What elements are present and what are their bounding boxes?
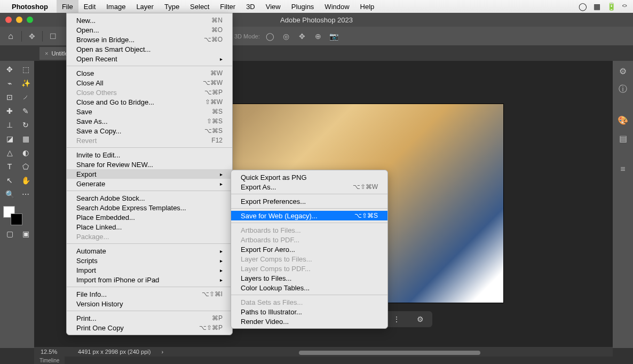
- file-menu-item[interactable]: File Info...⌥⇧⌘I: [67, 289, 232, 299]
- pen-tool[interactable]: T: [2, 160, 17, 173]
- taskbar-more-icon[interactable]: ⋮: [393, 315, 400, 323]
- file-menu-item[interactable]: Scripts▸: [67, 256, 232, 265]
- menu-plugins[interactable]: Plugins: [286, 0, 320, 13]
- file-menu-item[interactable]: Print One Copy⌥⇧⌘P: [67, 323, 232, 333]
- contextual-taskbar[interactable]: ⋮ ⚙: [384, 311, 432, 327]
- file-menu-item[interactable]: Export▸: [67, 169, 232, 179]
- wifi-icon[interactable]: ⌔: [622, 2, 627, 11]
- control-center-icon[interactable]: ▦: [594, 2, 600, 11]
- properties-panel-icon[interactable]: ⚙: [617, 65, 629, 77]
- file-menu-item[interactable]: Open...⌘O: [67, 25, 232, 35]
- battery-icon[interactable]: 🔋: [607, 2, 616, 11]
- file-menu-item[interactable]: Browse in Bridge...⌥⌘O: [67, 35, 232, 44]
- eraser-tool[interactable]: ◪: [2, 132, 17, 145]
- menu-type[interactable]: Type: [159, 0, 185, 13]
- file-menu-item[interactable]: Open as Smart Object...: [67, 44, 232, 54]
- file-menu-item[interactable]: Search Adobe Stock...: [67, 193, 232, 203]
- app-name[interactable]: Photoshop: [12, 3, 48, 11]
- zoom-tool[interactable]: 🔍: [2, 188, 17, 201]
- heal-tool[interactable]: ✚: [2, 105, 17, 117]
- menu-filter[interactable]: Filter: [215, 0, 241, 13]
- move-tool-icon[interactable]: ✥: [26, 30, 38, 42]
- color-swatches[interactable]: [2, 205, 33, 226]
- path-tool[interactable]: ↖: [2, 174, 17, 187]
- quickmask-tool[interactable]: ▢: [2, 227, 17, 240]
- 3d-pan-icon[interactable]: ✥: [296, 30, 308, 42]
- file-menu-item[interactable]: Open Recent▸: [67, 54, 232, 64]
- file-menu-item[interactable]: Close⌘W: [67, 68, 232, 78]
- doc-dimensions[interactable]: 4491 px x 2998 px (240 ppi): [78, 349, 151, 355]
- taskbar-adjust-icon[interactable]: ⚙: [417, 315, 424, 323]
- close-window-button[interactable]: [5, 17, 12, 23]
- file-menu-item[interactable]: Import from iPhone or iPad▸: [67, 275, 232, 284]
- file-menu-item[interactable]: Print...⌘P: [67, 313, 232, 323]
- file-menu-item[interactable]: Generate▸: [67, 179, 232, 188]
- export-menu-item[interactable]: Color Lookup Tables...: [231, 283, 387, 292]
- file-menu-item[interactable]: Search Adobe Express Templates...: [67, 203, 232, 212]
- file-menu-item[interactable]: Version History: [67, 299, 232, 308]
- stamp-tool[interactable]: ⊥: [2, 118, 17, 131]
- zoom-level[interactable]: 12.5%: [41, 349, 67, 355]
- file-menu-item[interactable]: Save As...⇧⌘S: [67, 116, 232, 126]
- 3d-roll-icon[interactable]: ◎: [280, 30, 292, 42]
- lasso-tool[interactable]: ⌁: [2, 77, 17, 90]
- layers-panel-icon[interactable]: ≡: [617, 163, 629, 175]
- color-panel-icon[interactable]: 🎨: [617, 114, 629, 126]
- eyedropper-tool[interactable]: ⟋: [18, 91, 33, 104]
- 3d-orbit-icon[interactable]: ◯: [264, 30, 276, 42]
- status-arrow-icon[interactable]: ›: [161, 349, 163, 355]
- export-menu-item[interactable]: Quick Export as PNG: [231, 172, 387, 182]
- menu-layer[interactable]: Layer: [131, 0, 159, 13]
- menu-image[interactable]: Image: [101, 0, 131, 13]
- screenmode-tool[interactable]: ▣: [18, 227, 33, 240]
- export-menu-item[interactable]: Paths to Illustrator...: [231, 307, 387, 316]
- minimize-window-button[interactable]: [16, 17, 22, 23]
- menu-window[interactable]: Window: [319, 0, 354, 13]
- auto-select-checkbox[interactable]: ☐: [47, 30, 59, 42]
- background-color[interactable]: [11, 213, 22, 225]
- file-menu-item[interactable]: Place Linked...: [67, 222, 232, 232]
- home-button[interactable]: ⌂: [4, 30, 17, 43]
- file-menu-item[interactable]: Save⌘S: [67, 107, 232, 116]
- file-menu-item[interactable]: Import▸: [67, 265, 232, 275]
- export-menu-item[interactable]: Layers to Files...: [231, 273, 387, 283]
- export-menu-item[interactable]: Export For Aero...: [231, 244, 387, 254]
- menu-file[interactable]: File: [57, 0, 78, 13]
- timeline-tab[interactable]: Timeline: [34, 357, 65, 364]
- history-brush-tool[interactable]: ↻: [18, 118, 33, 131]
- info-panel-icon[interactable]: ⓘ: [617, 83, 629, 95]
- file-menu-item[interactable]: Invite to Edit...: [67, 150, 232, 160]
- file-menu-item[interactable]: Close All⌥⌘W: [67, 78, 232, 88]
- marquee-tool[interactable]: ⬚: [18, 63, 33, 76]
- file-menu-item[interactable]: Share for Review NEW...: [67, 160, 232, 169]
- menu-select[interactable]: Select: [185, 0, 215, 13]
- file-menu-item[interactable]: Close and Go to Bridge...⇧⌘W: [67, 97, 232, 107]
- zoom-window-button[interactable]: [27, 17, 33, 23]
- blur-tool[interactable]: △: [2, 146, 17, 159]
- horizontal-scrollbar[interactable]: [181, 349, 587, 357]
- file-menu-item[interactable]: Automate▸: [67, 246, 232, 256]
- export-menu-item[interactable]: Render Video...: [231, 316, 387, 326]
- gradient-tool[interactable]: ▦: [18, 132, 33, 145]
- 3d-slide-icon[interactable]: ⊕: [312, 30, 324, 42]
- close-tab-icon[interactable]: ×: [45, 50, 48, 57]
- scrollbar-thumb[interactable]: [299, 351, 480, 355]
- brush-tool[interactable]: ✎: [18, 105, 33, 117]
- file-menu-item[interactable]: Place Embedded...: [67, 212, 232, 222]
- type-tool[interactable]: ⬠: [18, 160, 33, 173]
- more-tools[interactable]: ⋯: [18, 188, 33, 201]
- creative-cloud-icon[interactable]: ◯: [579, 2, 587, 11]
- wand-tool[interactable]: ✨: [18, 77, 33, 90]
- swatches-panel-icon[interactable]: ▤: [617, 132, 629, 144]
- menu-3d[interactable]: 3D: [241, 0, 260, 13]
- file-menu-item[interactable]: Save a Copy...⌥⌘S: [67, 126, 232, 136]
- 3d-zoom-icon[interactable]: 📷: [328, 30, 340, 42]
- move-tool[interactable]: ✥: [2, 63, 17, 76]
- menu-edit[interactable]: Edit: [78, 0, 101, 13]
- hand-tool[interactable]: ✋: [18, 174, 33, 187]
- menu-help[interactable]: Help: [355, 0, 380, 13]
- crop-tool[interactable]: ⊡: [2, 91, 17, 104]
- file-menu-item[interactable]: New...⌘N: [67, 15, 232, 25]
- menu-view[interactable]: View: [260, 0, 286, 13]
- export-menu-item[interactable]: Export Preferences...: [231, 196, 387, 206]
